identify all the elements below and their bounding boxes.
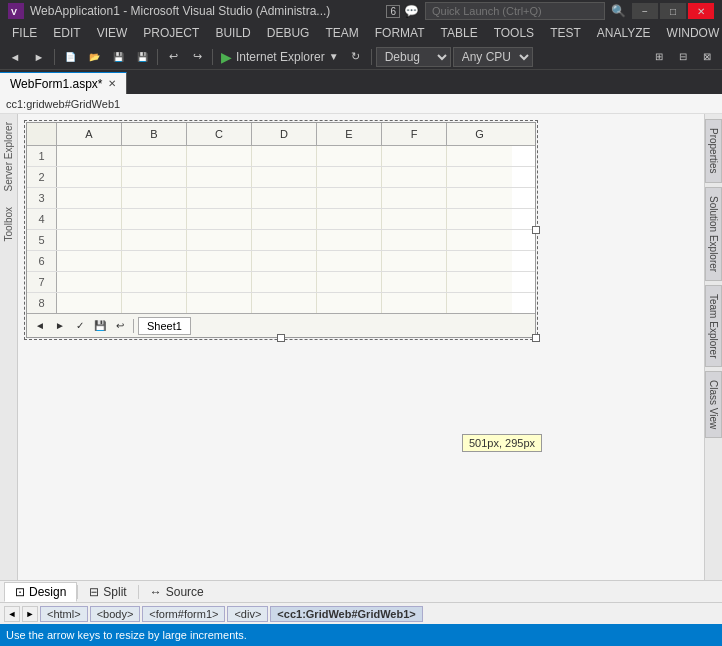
cell-d3[interactable] (252, 188, 317, 208)
grid-check-button[interactable]: ✓ (71, 317, 89, 335)
properties-tab[interactable]: Properties (705, 119, 722, 183)
notification-count[interactable]: 6 (386, 5, 400, 18)
source-view-tab[interactable]: ↔ Source (139, 582, 215, 602)
class-view-tab[interactable]: Class View (705, 371, 722, 438)
config-select[interactable]: Debug Release (376, 47, 451, 67)
cell-b3[interactable] (122, 188, 187, 208)
col-header-b[interactable]: B (122, 123, 187, 145)
cell-g6[interactable] (447, 251, 512, 271)
cell-c8[interactable] (187, 293, 252, 313)
redo-button[interactable]: ↪ (186, 47, 208, 67)
menu-analyze[interactable]: ANALYZE (589, 22, 659, 44)
cell-c4[interactable] (187, 209, 252, 229)
cell-e6[interactable] (317, 251, 382, 271)
cell-a8[interactable] (57, 293, 122, 313)
menu-build[interactable]: BUILD (207, 22, 258, 44)
cell-e1[interactable] (317, 146, 382, 166)
col-header-d[interactable]: D (252, 123, 317, 145)
cell-f3[interactable] (382, 188, 447, 208)
menu-edit[interactable]: EDIT (45, 22, 88, 44)
cell-a1[interactable] (57, 146, 122, 166)
grid-icon-3[interactable]: ⊠ (696, 47, 718, 67)
cell-g8[interactable] (447, 293, 512, 313)
menu-window[interactable]: WINDOW (659, 22, 722, 44)
cell-b2[interactable] (122, 167, 187, 187)
elem-body[interactable]: <body> (90, 606, 141, 622)
cell-e7[interactable] (317, 272, 382, 292)
col-header-e[interactable]: E (317, 123, 382, 145)
element-prev-button[interactable]: ◄ (4, 606, 20, 622)
undo-button[interactable]: ↩ (162, 47, 184, 67)
cell-d6[interactable] (252, 251, 317, 271)
open-button[interactable]: 📂 (83, 47, 105, 67)
menu-view[interactable]: VIEW (89, 22, 136, 44)
cell-f8[interactable] (382, 293, 447, 313)
cell-d5[interactable] (252, 230, 317, 250)
back-button[interactable]: ◄ (4, 47, 26, 67)
close-tab-webform1[interactable]: ✕ (108, 78, 116, 89)
cell-c5[interactable] (187, 230, 252, 250)
team-explorer-tab[interactable]: Team Explorer (705, 285, 722, 367)
server-explorer-tab[interactable]: Server Explorer (1, 114, 16, 199)
menu-debug[interactable]: DEBUG (259, 22, 318, 44)
cell-b7[interactable] (122, 272, 187, 292)
maximize-button[interactable]: □ (660, 3, 686, 19)
cell-f4[interactable] (382, 209, 447, 229)
cell-b8[interactable] (122, 293, 187, 313)
cell-c2[interactable] (187, 167, 252, 187)
cell-a4[interactable] (57, 209, 122, 229)
forward-button[interactable]: ► (28, 47, 50, 67)
cell-g5[interactable] (447, 230, 512, 250)
tab-webform1[interactable]: WebForm1.aspx* ✕ (0, 72, 127, 94)
cell-e2[interactable] (317, 167, 382, 187)
cell-e4[interactable] (317, 209, 382, 229)
cell-e8[interactable] (317, 293, 382, 313)
quick-launch-input[interactable] (425, 2, 605, 20)
gridweb-control[interactable]: A B C D E F G 1 (26, 122, 536, 338)
cell-f5[interactable] (382, 230, 447, 250)
resize-handle-bottom[interactable] (277, 334, 285, 342)
elem-form[interactable]: <form#form1> (142, 606, 225, 622)
grid-next-button[interactable]: ► (51, 317, 69, 335)
cell-c3[interactable] (187, 188, 252, 208)
cell-g3[interactable] (447, 188, 512, 208)
cell-d8[interactable] (252, 293, 317, 313)
elem-html[interactable]: <html> (40, 606, 88, 622)
col-header-a[interactable]: A (57, 123, 122, 145)
resize-handle-right[interactable] (532, 226, 540, 234)
cell-e5[interactable] (317, 230, 382, 250)
cell-a6[interactable] (57, 251, 122, 271)
grid-prev-button[interactable]: ◄ (31, 317, 49, 335)
col-header-f[interactable]: F (382, 123, 447, 145)
cell-b1[interactable] (122, 146, 187, 166)
save-button[interactable]: 💾 (107, 47, 129, 67)
cell-f6[interactable] (382, 251, 447, 271)
elem-gridweb[interactable]: <cc1:GridWeb#GridWeb1> (270, 606, 422, 622)
menu-project[interactable]: PROJECT (135, 22, 207, 44)
cell-a3[interactable] (57, 188, 122, 208)
split-view-tab[interactable]: ⊟ Split (78, 582, 137, 602)
element-next-button[interactable]: ► (22, 606, 38, 622)
menu-tools[interactable]: TOOLS (486, 22, 542, 44)
refresh-button[interactable]: ↻ (345, 47, 367, 67)
menu-file[interactable]: FILE (4, 22, 45, 44)
browser-dropdown-icon[interactable]: ▼ (329, 51, 339, 62)
cell-a7[interactable] (57, 272, 122, 292)
cell-f7[interactable] (382, 272, 447, 292)
sheet1-tab[interactable]: Sheet1 (138, 317, 191, 335)
close-button[interactable]: ✕ (688, 3, 714, 19)
minimize-button[interactable]: − (632, 3, 658, 19)
cell-g4[interactable] (447, 209, 512, 229)
resize-handle-corner[interactable] (532, 334, 540, 342)
cell-g7[interactable] (447, 272, 512, 292)
design-view-tab[interactable]: ⊡ Design (4, 582, 77, 602)
cell-d2[interactable] (252, 167, 317, 187)
chat-icon[interactable]: 💬 (404, 4, 419, 18)
toolbox-tab[interactable]: Toolbox (1, 199, 16, 249)
menu-team[interactable]: TEAM (317, 22, 366, 44)
cell-b4[interactable] (122, 209, 187, 229)
cell-d7[interactable]: 501px, 295px (252, 272, 317, 292)
cell-f2[interactable] (382, 167, 447, 187)
grid-icon-1[interactable]: ⊞ (648, 47, 670, 67)
cell-a2[interactable] (57, 167, 122, 187)
